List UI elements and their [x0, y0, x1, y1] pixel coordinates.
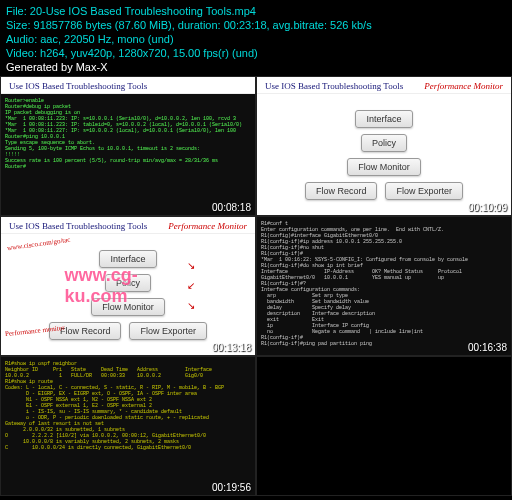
timestamp: 00:19:56: [212, 482, 251, 493]
arrow-icon: ↘: [187, 300, 195, 311]
card-title: Use IOS Based Troubleshooting Tools: [9, 221, 147, 231]
thumb-1: Use IOS Based Troubleshooting Tools Rout…: [0, 76, 256, 216]
file-name: 20-Use IOS Based Troubleshooting Tools.m…: [30, 5, 256, 17]
arrow-icon: ↙: [187, 280, 195, 291]
file-metadata: File: 20-Use IOS Based Troubleshooting T…: [0, 0, 512, 76]
terminal-output: Router>enable Router#debug ip packet IP …: [1, 94, 255, 215]
flow-exporter-button[interactable]: Flow Exporter: [129, 322, 207, 340]
flow-exporter-button[interactable]: Flow Exporter: [385, 182, 463, 200]
flow-monitor-button[interactable]: Flow Monitor: [91, 298, 165, 316]
terminal-output: R1#conf t Enter configuration commands, …: [257, 217, 511, 355]
card-title: Use IOS Based Troubleshooting Tools: [265, 81, 403, 91]
policy-button[interactable]: Policy: [361, 134, 407, 152]
policy-button[interactable]: Policy: [105, 274, 151, 292]
timestamp: 00:16:38: [468, 342, 507, 353]
annotation-url: www.cisco.com/go/tac: [7, 236, 71, 253]
timestamp: 00:08:18: [212, 202, 251, 213]
generated-by: Generated by Max-X: [6, 60, 506, 74]
performance-monitor-label: Performance Monitor: [168, 221, 247, 231]
file-video: Video: h264, yuv420p, 1280x720, 15.00 fp…: [6, 46, 506, 60]
terminal-output: R1#show ip ospf neighbor Neighbor ID Pri…: [1, 357, 255, 495]
interface-button[interactable]: Interface: [355, 110, 412, 128]
flow-monitor-button[interactable]: Flow Monitor: [347, 158, 421, 176]
thumb-5: R1#show ip ospf neighbor Neighbor ID Pri…: [0, 356, 256, 496]
arrow-icon: ↘: [187, 260, 195, 271]
thumb-2: Use IOS Based Troubleshooting Tools Perf…: [256, 76, 512, 216]
file-size: Size: 91857786 bytes (87.60 MiB), durati…: [6, 18, 506, 32]
thumb-4: R1#conf t Enter configuration commands, …: [256, 216, 512, 356]
timestamp: 00:13:18: [212, 342, 251, 353]
interface-button[interactable]: Interface: [99, 250, 156, 268]
timestamp: 00:10:09: [468, 202, 507, 213]
file-audio: Audio: aac, 22050 Hz, mono (und): [6, 32, 506, 46]
card-title: Use IOS Based Troubleshooting Tools: [9, 81, 147, 91]
performance-monitor-label: Performance Monitor: [424, 81, 503, 91]
thumb-empty: [256, 356, 512, 496]
thumbnail-grid: Use IOS Based Troubleshooting Tools Rout…: [0, 76, 512, 496]
thumb-3: Use IOS Based Troubleshooting Tools Perf…: [0, 216, 256, 356]
flow-record-button[interactable]: Flow Record: [305, 182, 378, 200]
